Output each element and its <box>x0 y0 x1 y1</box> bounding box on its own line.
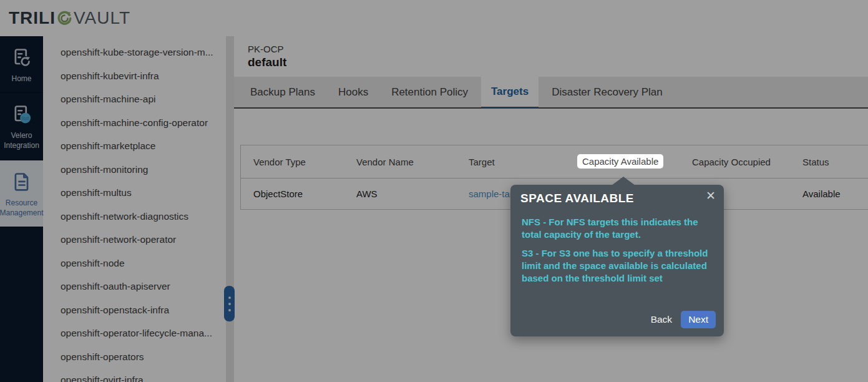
tooltip-paragraph-s3: S3 - For S3 one has to specify a thresho… <box>522 247 712 285</box>
tooltip-arrow-up <box>612 177 635 185</box>
close-icon[interactable]: ✕ <box>706 190 716 202</box>
tooltip-footer: Back Next <box>651 311 716 328</box>
back-button[interactable]: Back <box>651 314 672 325</box>
tooltip-body: NFS - For NFS targets this indicates the… <box>522 216 712 285</box>
app-window: TRILI VAULT <box>0 0 868 382</box>
next-button[interactable]: Next <box>681 311 716 328</box>
tour-tooltip: SPACE AVAILABLE ✕ NFS - For NFS targets … <box>510 185 724 336</box>
tooltip-paragraph-nfs: NFS - For NFS targets this indicates the… <box>522 216 712 241</box>
tour-highlighted-column-chip: Capacity Available <box>577 154 663 169</box>
tooltip-title: SPACE AVAILABLE <box>520 192 634 205</box>
tour-dim-overlay <box>0 0 868 382</box>
